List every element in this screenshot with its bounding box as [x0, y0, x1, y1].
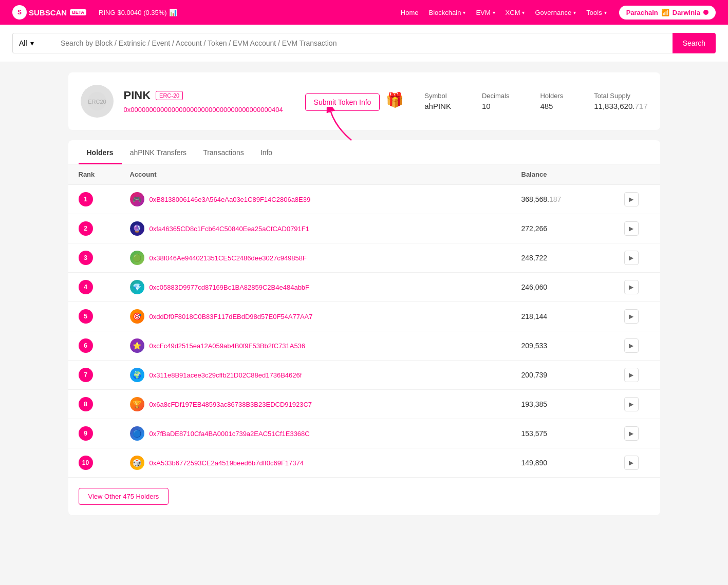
row-expand-button[interactable]: ▶ — [624, 338, 639, 353]
search-section: All ▾ Search — [0, 25, 728, 62]
tab-info[interactable]: Info — [252, 140, 281, 164]
rank-cell: 6 — [79, 338, 130, 353]
table-row: 3 🟢 0x38f046Ae944021351CE5C2486dee3027c9… — [68, 243, 660, 273]
search-filter-select[interactable]: All ▾ — [12, 33, 53, 53]
account-avatar: 🌍 — [130, 368, 144, 382]
token-stats: Symbol ahPINK Decimals 10 Holders 485 To… — [424, 92, 647, 110]
account-cell: 🎲 0xA533b6772593CE2a4519beed6b7dff0c69F1… — [130, 456, 521, 470]
parachain-button[interactable]: Parachain 📶 Darwinia — [619, 6, 716, 20]
nav-blockchain[interactable]: Blockchain ▾ — [429, 9, 466, 16]
holders-value: 485 — [540, 102, 563, 110]
nav-tools[interactable]: Tools ▾ — [586, 9, 606, 16]
account-link[interactable]: 0x311e8B91acee3c29cffb21D02C88ed1736B462… — [150, 371, 302, 379]
col-action — [624, 171, 650, 178]
account-cell: 🔵 0x7fBaDE8710Cfa4BA0001c739a2EAC51Cf1E3… — [130, 426, 521, 441]
rank-cell: 9 — [79, 426, 130, 441]
nav-home[interactable]: Home — [401, 9, 419, 16]
row-expand-button[interactable]: ▶ — [624, 251, 639, 265]
table-row: 8 🏆 0x6a8cFDf197EB48593ac86738B3B23EDCD9… — [68, 390, 660, 419]
supply-main: 11,833,620. — [594, 102, 634, 110]
nav-governance[interactable]: Governance ▾ — [535, 9, 576, 16]
holders-label: Holders — [540, 92, 563, 100]
row-expand-button[interactable]: ▶ — [624, 456, 639, 470]
rank-badge: 9 — [79, 426, 93, 441]
table-row: 4 💎 0xc05883D9977cd87169Bc1BA82859C2B4e4… — [68, 273, 660, 302]
row-expand-button[interactable]: ▶ — [624, 221, 639, 236]
row-expand-button[interactable]: ▶ — [624, 397, 639, 411]
account-avatar: 🎲 — [130, 456, 144, 470]
balance-main: 149,890 — [521, 459, 548, 467]
tabs-section: Holders ahPINK Transfers Transactions In… — [68, 140, 660, 515]
token-name: PINK — [124, 89, 151, 102]
brand-logo: S SUBSCAN BETA — [12, 5, 86, 20]
rank-badge: 7 — [79, 368, 93, 382]
nav-evm[interactable]: EVM ▾ — [476, 9, 495, 16]
action-cell: ▶ — [624, 397, 650, 411]
rank-cell: 7 — [79, 368, 130, 382]
nft-emoji-icon: 🎁 — [386, 92, 404, 108]
rank-cell: 3 — [79, 251, 130, 265]
account-avatar: 🟢 — [130, 251, 144, 265]
stat-total-supply: Total Supply 11,833,620.717 — [594, 92, 647, 110]
balance-cell: 218,144 — [521, 312, 624, 320]
balance-cell: 153,575 — [521, 429, 624, 438]
rank-badge: 6 — [79, 338, 93, 353]
filter-chevron-icon: ▾ — [30, 39, 34, 47]
table-row: 6 ⭐ 0xcFc49d2515ea12A059ab4B0f9F53Bb2fC7… — [68, 331, 660, 361]
submit-token-area: Submit Token Info 🎁 — [305, 91, 404, 111]
table-row: 5 🎯 0xddDf0F8018C0B83F117dEBdD98d57E0F54… — [68, 302, 660, 331]
account-link[interactable]: 0x38f046Ae944021351CE5C2486dee3027c94985… — [150, 254, 307, 262]
row-expand-button[interactable]: ▶ — [624, 280, 639, 294]
col-account: Account — [130, 171, 521, 178]
nav-xcm[interactable]: XCM ▾ — [506, 9, 525, 16]
tab-holders[interactable]: Holders — [79, 140, 122, 164]
view-more-button[interactable]: View Other 475 Holders — [79, 488, 169, 505]
tab-transfers[interactable]: ahPINK Transfers — [122, 140, 195, 164]
account-link[interactable]: 0xfa46365CD8c1Fcb64C50840Eea25aCfCAD0791… — [150, 225, 310, 233]
rank-badge: 5 — [79, 309, 93, 324]
action-cell: ▶ — [624, 338, 650, 353]
rank-badge: 1 — [79, 192, 93, 206]
row-expand-button[interactable]: ▶ — [624, 368, 639, 382]
account-cell: ⭐ 0xcFc49d2515ea12A059ab4B0f9F53Bb2fC731… — [130, 338, 521, 353]
account-avatar: 🎮 — [130, 192, 144, 206]
balance-main: 248,722 — [521, 254, 548, 262]
tab-transactions[interactable]: Transactions — [195, 140, 252, 164]
balance-cell: 246,060 — [521, 283, 624, 291]
balance-main: 218,144 — [521, 312, 548, 320]
action-cell: ▶ — [624, 251, 650, 265]
account-link[interactable]: 0x6a8cFDf197EB48593ac86738B3B23EDCD91923… — [150, 401, 312, 408]
row-expand-button[interactable]: ▶ — [624, 426, 639, 441]
total-supply-label: Total Supply — [594, 92, 647, 100]
account-link[interactable]: 0xA533b6772593CE2a4519beed6b7dff0c69F173… — [150, 459, 304, 467]
token-identity: PINK ERC-20 0x00000000000000000000000000… — [124, 89, 285, 114]
balance-cell: 272,266 — [521, 224, 624, 233]
account-link[interactable]: 0xc05883D9977cd87169Bc1BA82859C2B4e484ab… — [150, 284, 310, 291]
stat-decimals: Decimals 10 — [482, 92, 509, 110]
account-link[interactable]: 0xcFc49d2515ea12A059ab4B0f9F53Bb2fC731A5… — [150, 342, 306, 350]
rank-badge: 4 — [79, 280, 93, 294]
search-input[interactable] — [53, 33, 673, 53]
rank-badge: 10 — [79, 456, 93, 470]
account-avatar: 🎯 — [130, 309, 144, 324]
table-row: 9 🔵 0x7fBaDE8710Cfa4BA0001c739a2EAC51Cf1… — [68, 419, 660, 448]
account-link[interactable]: 0x7fBaDE8710Cfa4BA0001c739a2EAC51Cf1E336… — [150, 430, 310, 438]
account-cell: 🟢 0x38f046Ae944021351CE5C2486dee3027c949… — [130, 251, 521, 265]
rank-badge: 2 — [79, 221, 93, 236]
account-link[interactable]: 0xB8138006146e3A564eAa03e1C89F14C2806a8E… — [150, 196, 311, 203]
balance-cell: 149,890 — [521, 459, 624, 467]
balance-main: 368,568. — [521, 195, 550, 203]
token-address[interactable]: 0x00000000000000000000000000000000000000… — [124, 106, 283, 114]
action-cell: ▶ — [624, 426, 650, 441]
row-expand-button[interactable]: ▶ — [624, 309, 639, 324]
col-rank: Rank — [79, 171, 130, 178]
symbol-value: ahPINK — [424, 102, 451, 110]
balance-main: 193,385 — [521, 400, 548, 408]
row-expand-button[interactable]: ▶ — [624, 192, 639, 206]
search-button[interactable]: Search — [673, 33, 716, 53]
ring-price-display: RING $0.0040 (0.35%) 📊 — [99, 9, 177, 16]
col-balance: Balance — [521, 171, 624, 178]
account-link[interactable]: 0xddDf0F8018C0B83F117dEBdD98d57E0F54A77A… — [150, 313, 313, 320]
rank-badge: 3 — [79, 251, 93, 265]
rank-cell: 1 — [79, 192, 130, 206]
